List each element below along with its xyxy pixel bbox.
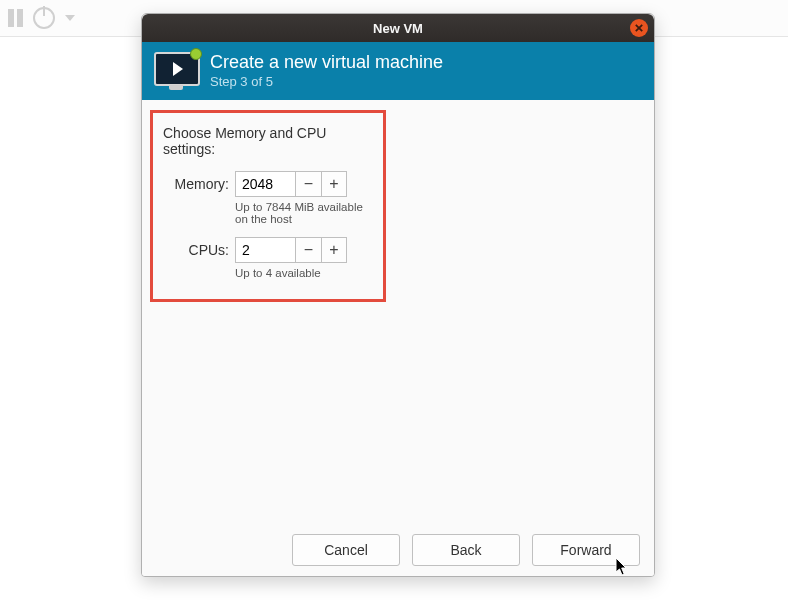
banner-step: Step 3 of 5 xyxy=(210,74,443,89)
cpus-spinbox: − + xyxy=(235,237,347,263)
new-vm-dialog: New VM Create a new virtual machine Step… xyxy=(141,13,655,577)
memory-decrement-button[interactable]: − xyxy=(295,171,321,197)
memory-increment-button[interactable]: + xyxy=(321,171,347,197)
pause-icon[interactable] xyxy=(8,9,23,27)
back-button[interactable]: Back xyxy=(412,534,520,566)
wizard-banner: Create a new virtual machine Step 3 of 5 xyxy=(142,42,654,100)
section-label: Choose Memory and CPU settings: xyxy=(163,125,373,157)
window-title: New VM xyxy=(373,21,423,36)
wizard-content: Choose Memory and CPU settings: Memory: … xyxy=(142,100,654,524)
cancel-button[interactable]: Cancel xyxy=(292,534,400,566)
highlighted-settings-region: Choose Memory and CPU settings: Memory: … xyxy=(150,110,386,302)
button-bar: Cancel Back Forward xyxy=(142,524,654,576)
titlebar: New VM xyxy=(142,14,654,42)
forward-button[interactable]: Forward xyxy=(532,534,640,566)
memory-input[interactable] xyxy=(235,171,295,197)
vm-monitor-icon xyxy=(154,52,198,90)
cpus-decrement-button[interactable]: − xyxy=(295,237,321,263)
cpus-increment-button[interactable]: + xyxy=(321,237,347,263)
power-icon[interactable] xyxy=(33,7,55,29)
close-button[interactable] xyxy=(630,19,648,37)
memory-spinbox: − + xyxy=(235,171,347,197)
cpus-row: CPUs: − + xyxy=(163,237,373,263)
close-icon xyxy=(635,24,643,32)
cpus-input[interactable] xyxy=(235,237,295,263)
memory-row: Memory: − + xyxy=(163,171,373,197)
dropdown-caret-icon[interactable] xyxy=(65,15,75,21)
banner-text: Create a new virtual machine Step 3 of 5 xyxy=(210,53,443,90)
cpus-hint: Up to 4 available xyxy=(235,267,373,279)
banner-heading: Create a new virtual machine xyxy=(210,53,443,73)
cpus-label: CPUs: xyxy=(163,242,229,258)
memory-label: Memory: xyxy=(163,176,229,192)
memory-hint: Up to 7844 MiB available on the host xyxy=(235,201,373,225)
